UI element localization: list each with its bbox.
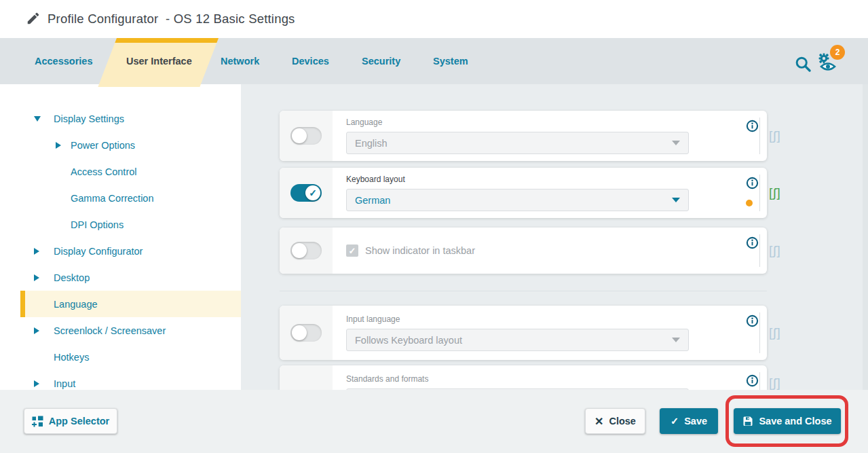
chevron-right-icon[interactable] (34, 327, 54, 334)
chevron-down-icon (672, 141, 680, 145)
modified-indicator-dot (746, 200, 753, 206)
keyboard-layout-select[interactable]: German (346, 189, 689, 211)
registry-param-icon[interactable]: [ʃ] (769, 185, 781, 200)
tree-item-label: Power Options (71, 140, 135, 151)
input-language-select[interactable]: Follows Keyboard layout (346, 329, 689, 351)
language-toggle-off[interactable] (290, 127, 322, 145)
registry-param-icon[interactable]: [ʃ] (769, 376, 781, 390)
tab-devices[interactable]: Devices (292, 38, 329, 84)
checkbox-checked-disabled[interactable]: ✓ (346, 244, 358, 257)
tree-item-language-selected[interactable]: Language (20, 291, 241, 317)
language-select[interactable]: English (346, 132, 689, 154)
tree-item-screenlock-screensaver[interactable]: Screenlock / Screensaver (0, 317, 241, 344)
registry-param-icon[interactable]: [ʃ] (769, 243, 781, 258)
show-indicator-toggle-off[interactable] (290, 242, 322, 259)
settings-tree-sidebar: Display Settings Power Options Access Co… (0, 84, 241, 390)
settings-panel: Language English [ʃ] ✓ Keyboard l (241, 84, 868, 390)
toggle-cell (280, 111, 333, 161)
keyboard-layout-toggle-on[interactable]: ✓ (290, 184, 322, 202)
tree-item-display-settings[interactable]: Display Settings (0, 105, 241, 132)
page-title: Profile Configurator - OS 12 Basic Setti… (48, 12, 295, 26)
info-icon[interactable] (746, 236, 759, 249)
checkbox-label: Show indicator in taskbar (365, 245, 475, 256)
chevron-right-icon[interactable] (34, 274, 54, 281)
toggle-cell (280, 228, 333, 274)
tree-item-access-control[interactable]: Access Control (0, 158, 241, 185)
save-button[interactable]: ✓ Save (660, 408, 718, 434)
info-icon[interactable] (746, 177, 759, 189)
save-floppy-icon (742, 416, 753, 427)
vertical-scrollbar[interactable] (863, 84, 868, 390)
divider (759, 117, 760, 154)
chevron-right-icon[interactable] (34, 380, 54, 387)
close-button[interactable]: ✕ Close (585, 408, 645, 434)
window-header: Profile Configurator - OS 12 Basic Setti… (0, 0, 868, 38)
app-selector-grid-icon (32, 416, 43, 427)
select-value: English (355, 138, 388, 149)
tab-security[interactable]: Security (362, 38, 400, 84)
setting-row-keyboard-layout: ✓ Keyboard layout German [ʃ] (280, 168, 767, 218)
tree-item-hotkeys[interactable]: Hotkeys (0, 344, 241, 370)
app-selector-button[interactable]: App Selector (24, 408, 117, 434)
toggle-knob (292, 243, 307, 258)
search-icon[interactable] (794, 55, 812, 73)
save-and-close-label: Save and Close (759, 416, 831, 427)
close-label: Close (609, 416, 636, 427)
tab-network[interactable]: Network (221, 38, 259, 84)
toggle-cell (280, 365, 333, 390)
setting-main: Input language Follows Keyboard layout [… (333, 306, 767, 360)
setting-row-input-language: Input language Follows Keyboard layout [… (280, 306, 767, 360)
registry-param-icon[interactable]: [ʃ] (769, 128, 781, 143)
profile-configurator-window: Profile Configurator - OS 12 Basic Setti… (0, 0, 868, 453)
section-separator (280, 291, 767, 291)
select-value: German (355, 195, 390, 206)
tree-item-label: Language (54, 299, 98, 310)
save-and-close-button[interactable]: Save and Close (734, 408, 841, 434)
tree-item-desktop[interactable]: Desktop (0, 264, 241, 291)
toggle-cell (280, 306, 333, 360)
info-icon[interactable] (746, 314, 759, 327)
tree-item-dpi-options[interactable]: DPI Options (0, 211, 241, 238)
tree-item-label: Display Configurator (54, 246, 143, 257)
setting-label: Keyboard layout (346, 175, 767, 184)
tree-item-label: Hotkeys (54, 352, 89, 363)
tab-user-interface[interactable]: User Interface (126, 38, 192, 84)
setting-label: Input language (346, 314, 767, 324)
tree-item-label: Gamma Correction (71, 193, 153, 204)
footer-bar: App Selector ✕ Close ✓ Save Save and Clo… (0, 390, 868, 453)
registry-param-icon[interactable]: [ʃ] (769, 325, 781, 340)
setting-main: Keyboard layout German [ʃ] (333, 168, 767, 218)
info-icon[interactable] (746, 374, 759, 387)
save-label: Save (684, 416, 707, 427)
setting-row-standards-formats: Standards and formats [ʃ] (280, 365, 767, 390)
divider (759, 175, 760, 211)
tree-item-display-configurator[interactable]: Display Configurator (0, 238, 241, 264)
setting-main: Language English [ʃ] (333, 111, 767, 161)
tree-item-gamma-correction[interactable]: Gamma Correction (0, 185, 241, 211)
tree-item-label: Screenlock / Screensaver (54, 325, 166, 336)
tab-system[interactable]: System (433, 38, 468, 84)
info-icon[interactable] (746, 120, 759, 132)
tab-accessories[interactable]: Accessories (35, 38, 92, 84)
divider (759, 372, 760, 390)
chevron-down-icon (672, 338, 680, 342)
tree-item-label: Desktop (54, 272, 90, 283)
tree-item-label: Input (54, 378, 75, 389)
setting-main: ✓ Show indicator in taskbar [ʃ] (333, 228, 767, 274)
chevron-down-icon[interactable] (34, 116, 54, 122)
setting-label: Language (346, 117, 767, 127)
chevron-down-icon (672, 198, 680, 202)
tree-item-label: Access Control (71, 166, 137, 177)
tree-item-power-options[interactable]: Power Options (0, 132, 241, 158)
setting-row-language: Language English [ʃ] (280, 111, 767, 161)
input-language-toggle-off[interactable] (290, 324, 322, 342)
chevron-right-icon[interactable] (56, 142, 71, 149)
setting-row-show-indicator: ✓ Show indicator in taskbar [ʃ] (280, 228, 767, 274)
close-x-icon: ✕ (595, 415, 603, 428)
toggle-knob: ✓ (305, 185, 320, 200)
chevron-right-icon[interactable] (34, 248, 54, 255)
save-check-icon: ✓ (671, 416, 679, 427)
edit-pencil-icon (26, 11, 41, 26)
notification-badge[interactable]: 2 (830, 45, 845, 60)
setting-label: Standards and formats (346, 374, 767, 384)
